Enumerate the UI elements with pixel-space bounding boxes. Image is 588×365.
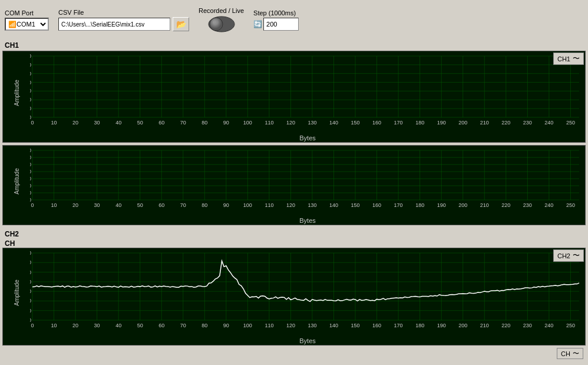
ch2-wave-icon: 〜 — [573, 251, 580, 261]
ch1-y-label: Amplitude — [14, 80, 20, 106]
ch1-header: CH1 — [0, 40, 588, 51]
csv-path-display: C:\Users\...\SerialEEG\mix1.csv — [58, 18, 170, 31]
toggle-area: Recorded / Live — [199, 7, 244, 33]
ch1-label: CH1 — [5, 41, 19, 50]
step-label: Step (1000ms) — [253, 9, 299, 17]
ch1b-canvas — [30, 146, 584, 216]
ch2-badge-label: CH2 — [557, 252, 570, 259]
ch1-badge: CH1 〜 — [553, 52, 584, 65]
com-port-group: COM Port 📶COM1 — [5, 9, 49, 31]
step-value-input[interactable] — [263, 18, 299, 31]
toggle-label: Recorded / Live — [199, 7, 244, 14]
ch2-badge: CH2 〜 — [553, 249, 584, 262]
folder-icon: 📂 — [176, 19, 186, 29]
csv-file-group: CSV File C:\Users\...\SerialEEG\mix1.csv… — [58, 9, 189, 31]
ch-bottom-label: CH — [561, 350, 570, 357]
ch-label: CH — [5, 239, 15, 248]
step-spinner-icon: 🔄 — [253, 20, 262, 28]
ch1-badge-label: CH1 — [557, 55, 570, 63]
ch1-chart-outer: CH1 〜 Amplitude Bytes — [2, 51, 586, 143]
ch-bottom-wave: 〜 — [573, 349, 579, 358]
main-content: CH1 CH1 〜 Amplitude Bytes — [0, 40, 588, 360]
ch1-section: CH1 CH1 〜 Amplitude Bytes — [0, 40, 588, 144]
step-input-row: 🔄 — [253, 18, 299, 31]
toolbar: COM Port 📶COM1 CSV File C:\Users\...\Ser… — [0, 0, 588, 40]
ch1-second-section: Amplitude Bytes — [0, 144, 588, 226]
com-port-label: COM Port — [5, 9, 49, 17]
com-port-row: 📶COM1 — [5, 18, 49, 31]
ch-bottom-badge: CH 〜 — [557, 348, 583, 359]
ch2-canvas — [30, 248, 584, 337]
toggle-switch[interactable] — [207, 15, 236, 33]
ch1-x-label: Bytes — [3, 134, 585, 142]
ch2-y-label: Amplitude — [14, 279, 20, 305]
com-port-select[interactable]: 📶COM1 — [5, 18, 49, 31]
csv-file-row: C:\Users\...\SerialEEG\mix1.csv 📂 — [58, 17, 189, 31]
ch2-section: CH2 CH CH2 〜 Amplitude Bytes — [0, 229, 588, 360]
ch2-label: CH2 — [5, 230, 19, 238]
svg-point-2 — [214, 20, 219, 25]
ch2-chart-outer: CH2 〜 Amplitude Bytes — [2, 248, 586, 346]
csv-path-text: C:\Users\...\SerialEEG\mix1.csv — [61, 21, 144, 28]
ch1-second-chart-outer: Amplitude Bytes — [2, 145, 586, 225]
folder-button[interactable]: 📂 — [173, 17, 189, 31]
ch1-wave-icon: 〜 — [573, 54, 580, 64]
ch1b-x-label: Bytes — [3, 216, 585, 225]
ch2-header: CH2 — [0, 229, 588, 239]
ch2-x-label: Bytes — [3, 337, 585, 345]
ch1-canvas — [30, 51, 584, 134]
step-area: Step (1000ms) 🔄 — [253, 9, 299, 31]
csv-file-label: CSV File — [58, 9, 189, 16]
ch1b-y-label: Amplitude — [14, 168, 20, 194]
